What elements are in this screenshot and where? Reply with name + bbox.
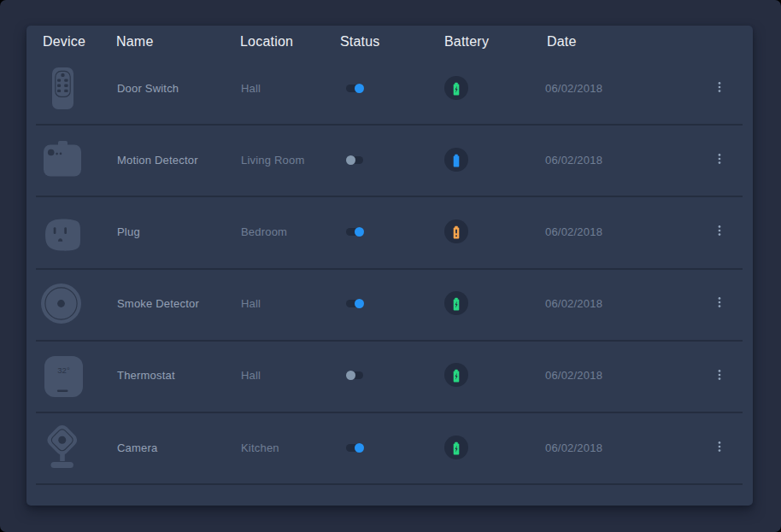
svg-text:32°: 32°: [57, 365, 70, 375]
